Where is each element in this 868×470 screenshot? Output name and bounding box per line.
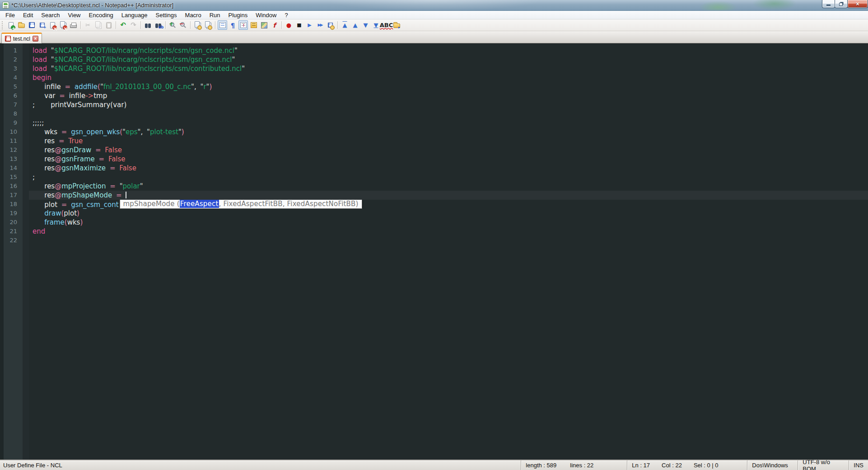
toolbar-nav-first-button[interactable]: ▲ xyxy=(340,20,350,30)
toolbar-show-all-characters-button[interactable]: ¶ xyxy=(228,20,238,30)
toolbar-project-panel-button[interactable]: ▸ xyxy=(392,20,401,30)
status-insert-mode[interactable]: INS xyxy=(849,461,868,470)
toolbar-macro-stop-button[interactable]: ■ xyxy=(294,20,304,30)
line-number: 3 xyxy=(0,64,29,73)
toolbar-open-file-button[interactable] xyxy=(17,20,26,30)
status-eol-format[interactable]: Dos\Windows xyxy=(747,461,798,470)
menu-item-search[interactable]: Search xyxy=(37,11,64,19)
toolbar-nav-down-button[interactable]: ▼ xyxy=(361,20,370,30)
toolbar-nav-up-button[interactable]: ▲ xyxy=(350,20,360,30)
line-number: 8 xyxy=(0,109,29,118)
line-number: 2 xyxy=(0,55,29,64)
code-line-text[interactable]: frame(wks) xyxy=(29,218,868,227)
toolbar-spell-check-button[interactable]: ABC xyxy=(382,20,391,30)
code-line-text[interactable]: res@gsnDraw = False xyxy=(29,146,868,155)
toolbar-document-map-button[interactable] xyxy=(259,20,269,30)
toolbar-save-button[interactable] xyxy=(27,20,37,30)
line-number: 21 xyxy=(0,227,29,236)
toolbar-new-file-button[interactable]: + xyxy=(6,20,16,30)
code-editor[interactable]: 1load "$NCARG_ROOT/lib/ncarg/nclscripts/… xyxy=(0,43,868,460)
code-line-text[interactable]: res@gsnFrame = False xyxy=(29,155,868,164)
toolbar-doc-switcher-button[interactable] xyxy=(249,20,258,30)
tab-close-icon[interactable] xyxy=(33,36,38,42)
code-line-text[interactable]: res@mpShapeMode = xyxy=(29,191,868,200)
text-caret xyxy=(126,192,126,198)
toolbar-sync-horizontal-button[interactable] xyxy=(203,20,213,30)
code-line-9: 9;;;;; xyxy=(0,118,868,127)
menu-item-language[interactable]: Language xyxy=(117,11,152,19)
minimize-button[interactable] xyxy=(822,0,835,8)
menu-item-plugins[interactable]: Plugins xyxy=(224,11,252,19)
code-line-18: 18 plot = gsn_csm_contmpShapeMode (FreeA… xyxy=(0,200,868,209)
tab-bar: test.ncl xyxy=(0,31,868,43)
line-number: 9 xyxy=(0,118,29,127)
code-line-19: 19 draw(plot) xyxy=(0,209,868,218)
code-line-text[interactable]: end xyxy=(29,227,868,236)
toolbar-redo-button[interactable]: ↷ xyxy=(129,20,138,30)
toolbar-close-all-button[interactable]: × xyxy=(58,20,68,30)
minimize-icon xyxy=(826,5,831,6)
toolbar-undo-button[interactable]: ↶ xyxy=(118,20,128,30)
line-number: 12 xyxy=(0,146,29,155)
toolbar-indent-guide-button[interactable] xyxy=(238,20,248,30)
line-number: 19 xyxy=(0,209,29,218)
code-line-text[interactable] xyxy=(29,236,868,245)
code-line-text[interactable]: infile = addfile("fnl_20101013_00_00_c.n… xyxy=(29,82,868,91)
toolbar-macro-run-multiple-button[interactable]: ▶▶ xyxy=(315,20,325,30)
code-line-text[interactable]: load "$NCARG_ROOT/lib/ncarg/nclscripts/c… xyxy=(29,55,868,64)
menu-item-edit[interactable]: Edit xyxy=(19,11,37,19)
toolbar-zoom-out-button[interactable]: − xyxy=(178,20,188,30)
line-number: 16 xyxy=(0,182,29,191)
code-line-text[interactable]: ;;;;; xyxy=(29,118,868,127)
code-line-text[interactable]: begin xyxy=(29,73,868,82)
line-number: 4 xyxy=(0,73,29,82)
code-line-text[interactable]: ; xyxy=(29,173,868,182)
line-number: 10 xyxy=(0,127,29,136)
toolbar-macro-play-button[interactable]: ▶ xyxy=(305,20,314,30)
code-line-text[interactable]: wks = gsn_open_wks("eps", "plot-test") xyxy=(29,127,868,136)
code-line-text[interactable] xyxy=(29,109,868,118)
toolbar-find-button[interactable] xyxy=(143,20,153,30)
menu-item-window[interactable]: Window xyxy=(252,11,280,19)
line-number: 1 xyxy=(0,46,29,55)
toolbar-function-list-button[interactable]: f xyxy=(270,20,279,30)
toolbar-close-button[interactable]: × xyxy=(48,20,57,30)
menu-item-settings[interactable]: Settings xyxy=(152,11,181,19)
toolbar-paste-button[interactable] xyxy=(104,20,113,30)
toolbar-macro-record-button[interactable]: ● xyxy=(284,20,294,30)
toolbar-save-all-button[interactable]: + xyxy=(37,20,47,30)
code-line-text[interactable]: draw(plot) xyxy=(29,209,868,218)
code-line-text[interactable]: var = infile->tmp xyxy=(29,91,868,100)
menu-item-file[interactable]: File xyxy=(1,11,19,19)
menu-item-run[interactable]: Run xyxy=(205,11,224,19)
code-line-text[interactable]: plot = gsn_csm_contmpShapeMode (FreeAspe… xyxy=(29,200,868,209)
line-number: 6 xyxy=(0,91,29,100)
code-line-text[interactable]: load "$NCARG_ROOT/lib/ncarg/nclscripts/c… xyxy=(29,64,868,73)
restore-button[interactable] xyxy=(835,0,848,8)
status-encoding[interactable]: UTF-8 w/o BOM xyxy=(798,461,849,470)
toolbar-print-button[interactable] xyxy=(69,20,78,30)
toolbar-separator xyxy=(337,21,338,29)
menu-item-encoding[interactable]: Encoding xyxy=(85,11,117,19)
toolbar-cut-button[interactable]: ✂ xyxy=(83,20,93,30)
toolbar-macro-save-button[interactable] xyxy=(326,20,335,30)
code-line-text[interactable]: load "$NCARG_ROOT/lib/ncarg/nclscripts/c… xyxy=(29,46,868,55)
toolbar-grip xyxy=(2,21,4,29)
tab-test-ncl[interactable]: test.ncl xyxy=(1,33,42,43)
toolbar-copy-button[interactable] xyxy=(93,20,103,30)
code-line-text[interactable]: res@gsnMaximize = False xyxy=(29,164,868,173)
toolbar-word-wrap-button[interactable] xyxy=(218,20,227,30)
toolbar-replace-button[interactable]: ab xyxy=(154,20,163,30)
menu-item-view[interactable]: View xyxy=(64,11,85,19)
toolbar-separator xyxy=(215,21,215,29)
code-line-text[interactable]: res = True xyxy=(29,136,868,146)
toolbar-zoom-in-button[interactable]: + xyxy=(168,20,177,30)
code-line-12: 12 res@gsnDraw = False xyxy=(0,146,868,155)
menu-item-macro[interactable]: Macro xyxy=(181,11,205,19)
toolbar-sync-vertical-button[interactable] xyxy=(193,20,202,30)
code-line-text[interactable]: ; printVarSummary(var) xyxy=(29,100,868,109)
close-button[interactable]: × xyxy=(847,0,868,8)
menu-item-help[interactable]: ? xyxy=(280,11,292,19)
toolbar: ++××✂↶↷ab+−¶f●■▶▶▶▲▲▼▼ABC▸ xyxy=(0,19,868,31)
code-line-text[interactable]: res@mpProjection = "polar" xyxy=(29,182,868,191)
